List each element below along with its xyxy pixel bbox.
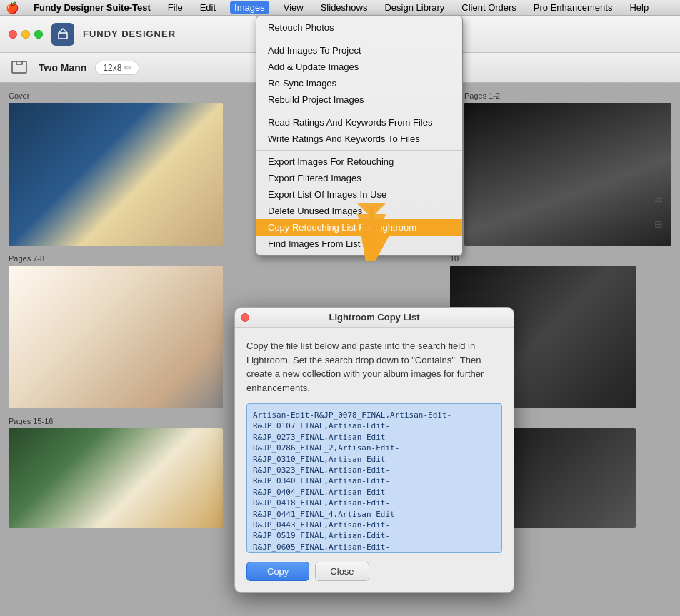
write-ratings-item[interactable]: Write Ratings And Keywords To Files (256, 131, 462, 147)
project-name: Two Mann (39, 62, 86, 74)
refresh-icon[interactable]: ↻ (649, 166, 669, 186)
pages-78-section: Pages 7-8 (9, 254, 223, 408)
pages-1516-label: Pages 15-16 (9, 417, 223, 425)
copy-button[interactable]: Copy (246, 562, 309, 581)
modal-titlebar: Lightroom Copy List (235, 308, 514, 328)
project-icon (9, 57, 30, 79)
svg-marker-0 (59, 29, 67, 39)
add-update-images-item[interactable]: Add & Update Images (256, 59, 462, 75)
file-menu-item[interactable]: File (165, 2, 186, 13)
pro-enhancements-menu-item[interactable]: Pro Enhancements (531, 2, 616, 13)
cover-section: Cover (9, 91, 223, 246)
maximize-button[interactable] (34, 30, 43, 39)
design-library-menu-item[interactable]: Design Library (381, 2, 447, 13)
resync-images-item[interactable]: Re-Sync Images (256, 75, 462, 91)
retouch-photos-item[interactable]: Retouch Photos (256, 19, 462, 36)
cover-label: Cover (9, 91, 223, 100)
read-ratings-item[interactable]: Read Ratings And Keywords From Files (256, 114, 462, 131)
pages-12-section: Pages 1-2 (464, 91, 671, 246)
view-menu-item[interactable]: View (281, 2, 306, 13)
menu-bar: 🍎 Fundy Designer Suite-Test File Edit Im… (0, 0, 680, 16)
app-logo (51, 23, 74, 46)
minimize-button[interactable] (21, 30, 30, 39)
client-orders-menu-item[interactable]: Client Orders (459, 2, 519, 13)
images-menu-item[interactable]: Images (230, 1, 269, 14)
pages-78-thumbnail[interactable] (9, 266, 223, 408)
grid-icon[interactable]: ⊞ (649, 214, 669, 234)
app-title: FUNDY DESIGNER (83, 29, 176, 39)
modal-description: Copy the file list below and paste into … (246, 339, 502, 395)
svg-marker-4 (357, 203, 386, 257)
pages-1516-section: Pages 15-16 (9, 417, 223, 528)
modal-body: Copy the file list below and paste into … (235, 328, 514, 592)
pages-1516-thumbnail[interactable] (9, 428, 223, 528)
cover-thumbnail[interactable] (9, 103, 223, 246)
traffic-lights (9, 30, 43, 39)
pages-12-label: Pages 1-2 (464, 91, 671, 100)
modal-close-traffic-light[interactable] (241, 313, 249, 322)
edit-icon: ✏ (124, 63, 131, 73)
edit-menu-item[interactable]: Edit (197, 2, 219, 13)
export-list-item[interactable]: Export List Of Images In Use (256, 186, 462, 203)
export-retouch-item[interactable]: Export Images For Retouching (256, 153, 462, 170)
modal-buttons: Copy Close (246, 562, 502, 581)
swap-icon[interactable]: ⇄ (649, 190, 669, 210)
separator-1 (256, 39, 462, 39)
modal-title: Lightroom Copy List (329, 312, 419, 323)
app-menu-item[interactable]: Fundy Designer Suite-Test (31, 2, 154, 13)
export-filtered-item[interactable]: Export Filtered Images (256, 170, 462, 186)
add-images-item[interactable]: Add Images To Project (256, 42, 462, 59)
close-button[interactable] (9, 30, 17, 39)
apple-menu[interactable]: 🍎 (6, 1, 19, 14)
close-button[interactable]: Close (315, 562, 369, 581)
pages-12-thumbnail[interactable] (464, 103, 671, 246)
help-menu-item[interactable]: Help (626, 2, 651, 13)
pages-78-label: Pages 7-8 (9, 254, 223, 263)
size-badge[interactable]: 12x8 ✏ (95, 61, 139, 75)
lightroom-copy-dialog[interactable]: Lightroom Copy List Copy the file list b… (234, 307, 514, 593)
rebuild-images-item[interactable]: Rebuild Project Images (256, 91, 462, 108)
slideshows-menu-item[interactable]: Slideshows (318, 2, 371, 13)
svg-rect-2 (12, 61, 26, 73)
separator-2 (256, 111, 462, 111)
file-list-box[interactable]: Artisan-Edit-R&JP_0078_FINAL,Artisan-Edi… (246, 403, 502, 553)
separator-3 (256, 150, 462, 151)
pages-10-label: 10 (450, 254, 636, 263)
